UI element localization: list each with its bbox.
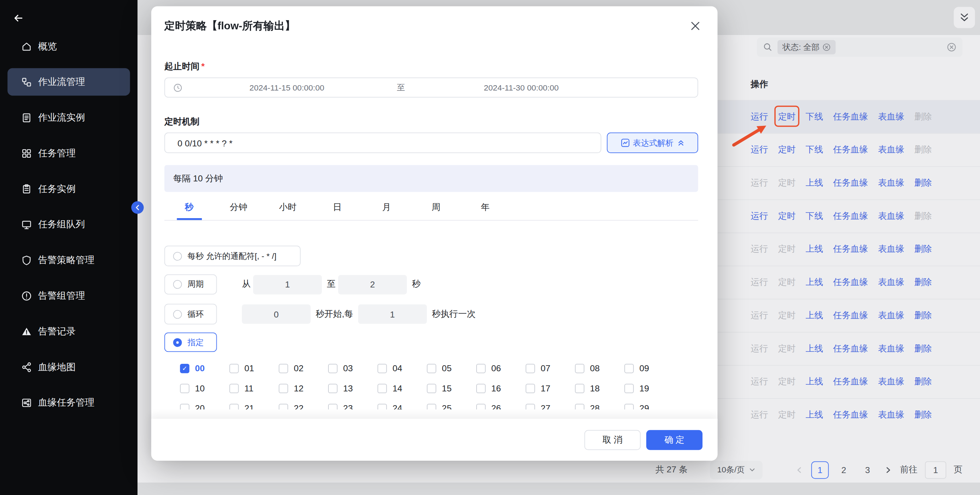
confirm-button[interactable]: 确 定 bbox=[646, 430, 703, 450]
checkbox-icon[interactable] bbox=[328, 384, 337, 393]
checkbox-icon[interactable] bbox=[328, 363, 337, 373]
row-action-link[interactable]: 删除 bbox=[914, 244, 932, 255]
expression-parse-button[interactable]: 表达式解析 bbox=[607, 132, 698, 153]
radio-loop[interactable] bbox=[173, 310, 182, 318]
next-page-button[interactable] bbox=[884, 465, 892, 474]
row-action-link[interactable]: 上线 bbox=[806, 310, 823, 322]
second-checkbox-item[interactable]: 01 bbox=[229, 363, 279, 373]
checkbox-icon[interactable] bbox=[229, 363, 239, 373]
unit-tab[interactable]: 秒 bbox=[164, 197, 214, 220]
checkbox-icon[interactable] bbox=[278, 363, 288, 373]
second-checkbox-item[interactable]: 21 bbox=[229, 403, 279, 409]
row-action-link[interactable]: 删除 bbox=[914, 178, 932, 189]
second-checkbox-item[interactable]: 14 bbox=[377, 383, 427, 393]
checkbox-icon[interactable] bbox=[278, 403, 288, 409]
option-loop[interactable]: 循环 bbox=[164, 304, 217, 324]
unit-tab[interactable]: 分钟 bbox=[214, 197, 263, 220]
checkbox-icon[interactable] bbox=[624, 384, 634, 393]
row-action-link[interactable]: 上线 bbox=[806, 409, 823, 421]
radio-specify-checked[interactable] bbox=[173, 338, 182, 347]
cancel-button[interactable]: 取 消 bbox=[584, 430, 641, 450]
option-cycle[interactable]: 周期 bbox=[164, 274, 217, 294]
checkbox-icon[interactable] bbox=[624, 363, 634, 373]
sidebar-collapse-handle[interactable] bbox=[131, 201, 143, 213]
checkbox-icon[interactable] bbox=[229, 403, 239, 409]
page-size-select[interactable]: 10条/页 bbox=[710, 460, 762, 479]
row-action-link[interactable]: 任务血缘 bbox=[833, 211, 868, 222]
row-action-link[interactable]: 删除 bbox=[914, 310, 932, 322]
unit-tab[interactable]: 日 bbox=[312, 197, 362, 220]
row-action-link[interactable]: 任务血缘 bbox=[833, 244, 868, 255]
second-checkbox-item[interactable]: 27 bbox=[526, 403, 575, 409]
row-action-link[interactable]: 删除 bbox=[914, 277, 932, 288]
row-action-link[interactable]: 任务血缘 bbox=[833, 343, 868, 355]
row-action-link[interactable]: 任务血缘 bbox=[833, 144, 868, 156]
row-action-link[interactable]: 下线 bbox=[806, 111, 823, 123]
cycle-to-input[interactable]: 2 bbox=[338, 275, 407, 294]
checkbox-icon[interactable] bbox=[575, 363, 584, 373]
page-number[interactable]: 1 bbox=[811, 461, 829, 479]
row-action-link[interactable]: 删除 bbox=[914, 376, 932, 387]
checkbox-icon[interactable] bbox=[377, 403, 387, 409]
second-checkbox-item[interactable]: 29 bbox=[624, 403, 674, 409]
tag-remove-icon[interactable] bbox=[822, 43, 831, 51]
row-action-link[interactable]: 表血缘 bbox=[878, 211, 904, 222]
checkbox-icon[interactable] bbox=[624, 403, 634, 409]
checkbox-icon[interactable] bbox=[427, 384, 436, 393]
close-icon[interactable] bbox=[690, 21, 700, 31]
second-checkbox-item[interactable]: 09 bbox=[624, 363, 674, 373]
date-range-input[interactable]: 2024-11-15 00:00:00 至 2024-11-30 00:00:0… bbox=[164, 78, 698, 97]
checkbox-icon[interactable] bbox=[476, 403, 486, 409]
second-checkbox-item[interactable]: 10 bbox=[180, 383, 229, 393]
sidebar-item[interactable]: 告警记录 bbox=[8, 317, 130, 345]
second-checkbox-item[interactable]: 16 bbox=[476, 383, 526, 393]
checkbox-icon[interactable] bbox=[229, 384, 239, 393]
checkbox-icon[interactable] bbox=[278, 384, 288, 393]
loop-start-input[interactable]: 0 bbox=[242, 304, 310, 324]
checkbox-icon[interactable] bbox=[377, 363, 387, 373]
row-action-link[interactable]: 任务血缘 bbox=[833, 376, 868, 387]
prev-page-button[interactable] bbox=[795, 465, 804, 474]
row-action-link[interactable]: 表血缘 bbox=[878, 178, 904, 189]
row-action-link[interactable]: 任务血缘 bbox=[833, 409, 868, 421]
row-action-link[interactable]: 上线 bbox=[806, 343, 823, 355]
checkbox-icon[interactable] bbox=[427, 403, 436, 409]
second-checkbox-item[interactable]: 22 bbox=[278, 403, 328, 409]
cron-expression-input[interactable]: 0 0/10 * * * ? * bbox=[164, 132, 601, 153]
second-checkbox-item[interactable]: 17 bbox=[526, 383, 575, 393]
second-checkbox-item[interactable]: 23 bbox=[328, 403, 377, 409]
row-action-link[interactable]: 下线 bbox=[806, 211, 823, 222]
row-action-link[interactable]: 定时 bbox=[778, 144, 796, 156]
checkbox-icon[interactable] bbox=[427, 363, 436, 373]
checkbox-checked-icon[interactable]: ✓ bbox=[180, 363, 189, 373]
row-action-link[interactable]: 上线 bbox=[806, 244, 823, 255]
unit-tab[interactable]: 小时 bbox=[263, 197, 312, 220]
unit-tab[interactable]: 年 bbox=[461, 197, 510, 220]
page-number[interactable]: 3 bbox=[859, 461, 877, 479]
sidebar-item[interactable]: 告警组管理 bbox=[8, 282, 130, 309]
back-button[interactable] bbox=[10, 10, 26, 26]
second-checkbox-item[interactable]: 11 bbox=[229, 383, 279, 393]
page-number[interactable]: 2 bbox=[835, 461, 853, 479]
row-action-link[interactable]: 表血缘 bbox=[878, 277, 904, 288]
option-specify[interactable]: 指定 bbox=[164, 333, 217, 352]
row-action-link[interactable]: 任务血缘 bbox=[833, 178, 868, 189]
second-checkbox-item[interactable]: 07 bbox=[526, 363, 575, 373]
unit-tab[interactable]: 周 bbox=[411, 197, 461, 220]
second-checkbox-item[interactable]: 06 bbox=[476, 363, 526, 373]
row-action-link[interactable]: 表血缘 bbox=[878, 376, 904, 387]
row-action-link[interactable]: 上线 bbox=[806, 277, 823, 288]
goto-page-input[interactable] bbox=[925, 461, 946, 479]
second-checkbox-item[interactable]: 05 bbox=[427, 363, 476, 373]
status-filter-input[interactable]: 状态: 全部 bbox=[757, 38, 963, 57]
sidebar-item[interactable]: 概览 bbox=[8, 32, 130, 60]
sidebar-item[interactable]: 告警策略管理 bbox=[8, 247, 130, 274]
row-action-link[interactable]: 任务血缘 bbox=[833, 277, 868, 288]
checkbox-icon[interactable] bbox=[476, 384, 486, 393]
second-checkbox-item[interactable]: 20 bbox=[180, 403, 229, 409]
checkbox-icon[interactable] bbox=[526, 384, 535, 393]
option-every-second[interactable]: 每秒 允许的通配符[, - * /] bbox=[164, 246, 301, 266]
row-action-link[interactable]: 删除 bbox=[914, 343, 932, 355]
row-action-link[interactable]: 表血缘 bbox=[878, 409, 904, 421]
row-action-link[interactable]: 表血缘 bbox=[878, 343, 904, 355]
